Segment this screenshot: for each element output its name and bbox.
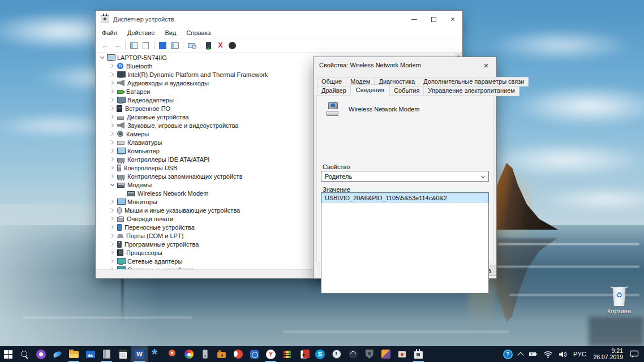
taskbar-word-icon[interactable] xyxy=(131,346,148,362)
chevron-collapsed-icon[interactable] xyxy=(109,198,116,205)
tab-дополнительные-параметры-связи[interactable]: Дополнительные параметры связи xyxy=(419,77,529,87)
tab-общие[interactable]: Общие xyxy=(317,77,346,87)
uninstall-device-icon[interactable] xyxy=(215,41,226,50)
scan-hardware-changes-icon[interactable] xyxy=(186,41,197,50)
help-tray-icon[interactable]: ? xyxy=(500,346,516,362)
chevron-collapsed-icon[interactable] xyxy=(109,71,116,78)
property-dropdown-value: Родитель xyxy=(325,173,352,180)
chevron-collapsed-icon[interactable] xyxy=(109,206,116,214)
taskbar-camera-app-icon[interactable] xyxy=(213,346,230,362)
taskbar-clock[interactable]: 9:21 26.07.2019 xyxy=(589,348,627,361)
cortana-circle-icon xyxy=(36,350,46,359)
recycle-bin[interactable]: ♻ Корзина xyxy=(604,286,634,314)
property-dropdown[interactable]: Родитель xyxy=(321,171,489,182)
menu-item-справка[interactable]: Справка xyxy=(181,29,216,36)
taskbar-solitaire-icon[interactable] xyxy=(295,346,312,362)
chevron-collapsed-icon[interactable] xyxy=(109,79,116,87)
disable-device-icon[interactable] xyxy=(227,41,238,50)
volume-icon[interactable] xyxy=(556,346,570,362)
chevron-expanded-icon[interactable] xyxy=(98,54,106,61)
taskbar-file-explorer-icon[interactable] xyxy=(66,346,82,362)
taskbar-game-app-icon[interactable] xyxy=(377,346,394,362)
chevron-collapsed-icon[interactable] xyxy=(109,164,116,171)
taskbar-timer-app-icon[interactable] xyxy=(246,346,263,362)
back-icon[interactable] xyxy=(100,41,110,50)
language-indicator[interactable]: РУС xyxy=(570,346,590,362)
taskbar-tank-game-icon[interactable] xyxy=(361,346,377,362)
device-manager-titlebar[interactable]: Диспетчер устройств × xyxy=(96,11,462,28)
chevron-expanded-icon[interactable] xyxy=(109,181,116,188)
tree-item-label: Bluetooth xyxy=(126,63,152,70)
export-list-icon[interactable] xyxy=(140,41,151,50)
chevron-collapsed-icon[interactable] xyxy=(109,215,116,222)
taskbar-speed-gauge-icon[interactable] xyxy=(345,346,361,362)
dialog-close-icon[interactable]: × xyxy=(476,58,496,73)
item-panes-icon[interactable] xyxy=(169,41,180,50)
chevron-collapsed-icon[interactable] xyxy=(109,130,116,137)
chevron-collapsed-icon[interactable] xyxy=(109,232,116,239)
maximize-button[interactable] xyxy=(424,11,443,28)
calculator-icon xyxy=(119,350,127,359)
chevron-collapsed-icon[interactable] xyxy=(109,173,116,180)
chevron-collapsed-icon[interactable] xyxy=(109,156,116,163)
menu-item-действие[interactable]: Действие xyxy=(122,29,160,36)
maps-pin-icon xyxy=(169,350,176,359)
chevron-collapsed-icon[interactable] xyxy=(109,62,116,70)
taskbar-clock-app-icon[interactable] xyxy=(328,346,345,362)
minimize-button[interactable] xyxy=(405,11,424,28)
window-title: Диспетчер устройств xyxy=(113,16,405,23)
taskbar-rubik-cube-icon[interactable] xyxy=(279,346,295,362)
console-window-icon[interactable] xyxy=(128,41,139,50)
taskbar-ccleaner-icon[interactable] xyxy=(230,346,246,362)
taskbar-snowflake-icon[interactable] xyxy=(148,346,164,362)
close-button[interactable]: × xyxy=(443,11,462,28)
chevron-collapsed-icon[interactable] xyxy=(109,257,116,265)
wifi-icon[interactable] xyxy=(540,346,556,362)
taskbar-phone-device-icon[interactable] xyxy=(197,346,213,362)
taskbar-skype-icon[interactable] xyxy=(312,346,328,362)
tray-overflow-chevron-icon[interactable] xyxy=(516,346,526,362)
chevron-collapsed-icon[interactable] xyxy=(109,122,116,129)
taskbar-browser-swoosh-icon[interactable] xyxy=(49,346,66,362)
menu-item-файл[interactable]: Файл xyxy=(97,29,122,36)
taskbar-yandex-browser-icon[interactable] xyxy=(263,346,279,362)
chevron-collapsed-icon[interactable] xyxy=(109,96,116,104)
menu-item-вид[interactable]: Вид xyxy=(160,29,181,36)
taskbar-device-manager-icon[interactable] xyxy=(410,346,427,362)
modem-icon xyxy=(117,183,124,188)
taskbar-cortana-circle-icon[interactable] xyxy=(33,346,49,362)
chevron-collapsed-icon[interactable] xyxy=(109,147,116,154)
tab-сведения[interactable]: Сведения xyxy=(350,84,390,96)
taskbar-utility-app-icon[interactable] xyxy=(394,346,410,362)
rubik-cube-icon xyxy=(283,350,291,359)
device-name: Wireless Network Modem xyxy=(349,106,419,113)
value-list-item[interactable]: USB\VID_20A6&PID_1105\5&53e114c&0&2 xyxy=(321,193,488,202)
taskbar-notebook-icon[interactable] xyxy=(98,346,115,362)
timer-app-icon xyxy=(250,350,259,359)
dialog-titlebar[interactable]: Свойства: Wireless Network Modem × xyxy=(314,57,496,73)
chevron-collapsed-icon[interactable] xyxy=(109,113,116,120)
chevron-collapsed-icon[interactable] xyxy=(109,88,116,95)
value-listbox[interactable]: USB\VID_20A6&PID_1105\5&53e114c&0&2 xyxy=(321,192,489,294)
help-icon[interactable] xyxy=(157,41,168,50)
chevron-collapsed-icon[interactable] xyxy=(109,223,116,231)
update-driver-icon[interactable] xyxy=(203,41,214,50)
taskbar-calculator-icon[interactable] xyxy=(115,346,131,362)
chevron-collapsed-icon[interactable] xyxy=(109,139,116,146)
forward-icon[interactable] xyxy=(111,41,122,50)
taskbar-photos-icon[interactable] xyxy=(82,346,98,362)
chevron-collapsed-icon[interactable] xyxy=(109,249,116,256)
chevron-collapsed-icon[interactable] xyxy=(109,105,116,112)
taskbar-maps-pin-icon[interactable] xyxy=(164,346,181,362)
ccleaner-icon xyxy=(234,350,243,359)
battery-icon[interactable] xyxy=(526,346,540,362)
taskbar-paint-palette-icon[interactable] xyxy=(181,346,197,362)
action-center-icon[interactable] xyxy=(627,346,642,362)
taskbar-start-button[interactable] xyxy=(0,346,16,362)
tree-item-label: Мониторы xyxy=(127,199,157,205)
computer-item-icon xyxy=(117,148,124,154)
tree-item-label: Батареи xyxy=(126,88,151,95)
chevron-collapsed-icon[interactable] xyxy=(109,240,116,248)
taskbar-search-button[interactable] xyxy=(16,346,33,362)
notebook-icon xyxy=(103,350,110,359)
